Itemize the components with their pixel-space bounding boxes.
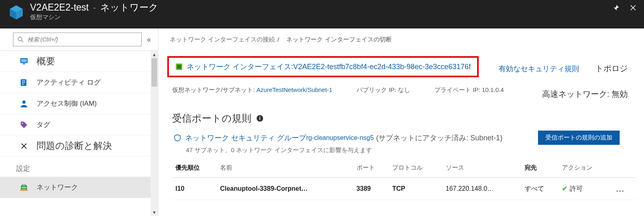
cube-icon [8,4,24,20]
col-source[interactable]: ソース [443,158,521,178]
attach-nic-button[interactable]: ネットワーク インターフェイスの接続 [170,36,275,44]
sidebar: « 概要 アクティビティ ログ [0,28,158,216]
shield-icon [174,134,181,142]
scroll-down-icon[interactable]: ▼ [151,209,158,216]
nsg-attach-info: (サブネットにアタッチ済み: Subnet-1) [376,133,502,143]
nic-link[interactable]: V2AE2E2-testfb7c8bf4-ec2d-433b-98ec-3e3c… [293,63,471,71]
nic-link-highlight: ネットワーク インターフェイス: V2AE2E2-testfb7c8bf4-ec… [167,56,479,77]
log-icon [19,78,28,87]
allow-icon: ✔ [562,185,567,192]
scroll-thumb[interactable] [151,58,157,87]
accelerated-networking: 高速ネットワーク: 無効 [542,89,628,100]
table-header-row: 優先順位 名前 ポート プロトコル ソース 宛先 アクション [172,158,636,178]
sidebar-item-tags[interactable]: タグ [0,114,151,135]
monitor-icon [19,57,28,66]
cell-source: 167.220.148.0… [443,178,521,200]
svg-point-14 [22,100,26,104]
svg-text:i: i [259,116,260,121]
cell-destination: すべて [521,178,559,200]
sidebar-item-label: 問題の診断と解決 [37,140,112,152]
sidebar-item-label: タグ [37,120,50,129]
nic-label: ネットワーク インターフェイス: [187,62,293,72]
col-priority[interactable]: 優先順位 [172,158,217,178]
sidebar-item-label: ネットワーク [37,183,78,192]
nsg-label: ネットワーク セキュリティ グループ [185,133,306,143]
tag-icon [19,120,28,129]
vnet-link[interactable]: AzureTestNetwork/Subnet-1 [257,86,333,93]
right-links: 有効なセキュリティ規則 トポロジ [499,63,628,74]
sidebar-scrollbar[interactable]: ▲ ▼ [151,51,158,216]
sidebar-item-activity-log[interactable]: アクティビティ ログ [0,72,151,93]
search-box[interactable] [13,33,142,46]
pin-button[interactable] [607,1,625,15]
detach-nic-button[interactable]: ネットワーク インターフェイスの切断 [286,36,391,44]
sidebar-item-network[interactable]: ネットワーク [0,177,151,198]
public-ip-label: パブリック IP: [357,86,398,93]
col-protocol[interactable]: プロトコル [389,158,443,178]
tools-icon [19,142,28,151]
close-button[interactable] [625,1,642,15]
col-destination[interactable]: 宛先 [521,158,559,178]
info-icon[interactable]: i [256,115,264,122]
inbound-rules-title: 受信ポートの規則 i [172,112,644,125]
svg-line-6 [22,40,23,42]
svg-rect-19 [177,65,181,69]
row-more-button[interactable]: … [612,178,636,200]
inbound-rules-table: 優先順位 名前 ポート プロトコル ソース 宛先 アクション I10 Clean… [172,158,636,200]
svg-rect-13 [22,84,24,85]
nsg-link[interactable]: rg-cleanupservice-nsg5 [306,134,374,142]
cell-port: 3389 [353,178,389,200]
sidebar-item-label: アクティビティ ログ [37,78,101,87]
cell-name: Cleanuptool-3389-Corpnet… [217,178,353,200]
vnet-label: 仮想ネットワーク/サブネット: [172,86,257,93]
sidebar-item-label: 概要 [37,55,55,68]
resource-name: V2AE2E2-test [30,2,89,13]
sidebar-item-overview[interactable]: 概要 [0,51,151,72]
globe-icon [19,183,28,192]
sidebar-section-settings: 設定 [0,157,151,177]
col-name[interactable]: 名前 [217,158,353,178]
svg-point-15 [22,122,23,124]
scroll-up-icon[interactable]: ▲ [151,51,158,58]
resource-type: 仮想マシン [30,13,158,21]
cell-protocol: TCP [389,178,443,200]
private-ip-label: プライベート IP: [434,86,482,93]
effective-rules-link[interactable]: 有効なセキュリティ規則 [499,64,579,74]
sidebar-item-diagnose[interactable]: 問題の診断と解決 [0,135,151,157]
svg-rect-17 [20,189,28,191]
blade-section: ネットワーク [100,2,158,13]
col-action[interactable]: アクション [559,158,612,178]
nic-icon [175,63,183,70]
add-inbound-rule-button[interactable]: 受信ポートの規則の追加 [538,131,620,145]
collapse-sidebar-button[interactable]: « [142,35,154,44]
blade-header: V2AE2E2-test - ネットワーク 仮想マシン [0,0,644,28]
search-icon [17,36,24,43]
private-ip-value: 10.1.0.4 [482,86,504,93]
sidebar-item-iam[interactable]: アクセス制御 (IAM) [0,93,151,114]
sidebar-item-label: アクセス制御 (IAM) [37,99,97,108]
nsg-scope-text: 47 サブネット、0 ネットワーク インターフェイスに影響を与えます [164,146,644,158]
cell-priority: I10 [172,178,217,200]
public-ip-value: なし [398,86,410,93]
svg-rect-11 [22,81,25,81]
table-row[interactable]: I10 Cleanuptool-3389-Corpnet… 3389 TCP 1… [172,178,636,200]
cell-action: ✔許可 [559,178,612,200]
person-icon [19,99,28,108]
svg-rect-12 [22,82,25,83]
toolbar: ネットワーク インターフェイスの接続 / ネットワーク インターフェイスの切断 [164,28,644,46]
main-content: ネットワーク インターフェイスの接続 / ネットワーク インターフェイスの切断 … [158,28,644,216]
blade-title: V2AE2E2-test - ネットワーク [30,2,158,13]
topology-link[interactable]: トポロジ [595,63,628,74]
svg-rect-9 [23,63,25,64]
col-port[interactable]: ポート [353,158,389,178]
svg-rect-8 [21,59,27,62]
svg-point-5 [18,37,22,41]
search-input[interactable] [28,36,137,43]
